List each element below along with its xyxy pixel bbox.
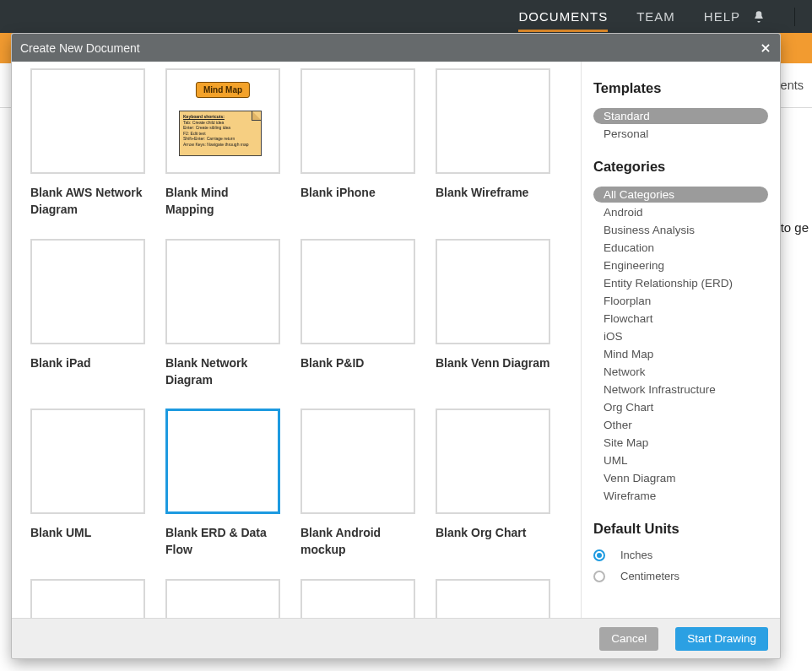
- template-thumbnail: [30, 409, 145, 514]
- template-card[interactable]: [165, 579, 280, 618]
- category-item[interactable]: Education: [593, 240, 768, 256]
- radio-icon: [593, 549, 605, 561]
- unit-option[interactable]: Centimeters: [593, 570, 768, 582]
- unit-option[interactable]: Inches: [593, 549, 768, 561]
- template-card[interactable]: [436, 579, 550, 618]
- template-thumbnail: [30, 68, 145, 174]
- template-card[interactable]: Blank iPhone: [300, 68, 415, 219]
- template-card[interactable]: Blank Network Diagram: [165, 239, 280, 389]
- template-label: Blank Mind Mapping: [165, 184, 280, 219]
- category-item[interactable]: Mind Map: [593, 346, 768, 362]
- template-thumbnail: [165, 409, 280, 514]
- category-item[interactable]: Other: [593, 417, 768, 433]
- category-item[interactable]: Org Chart: [593, 399, 768, 415]
- template-card[interactable]: Mind MapKeyboard shortcuts:Tab: Create c…: [165, 68, 280, 219]
- template-set-item[interactable]: Personal: [593, 126, 768, 142]
- category-item[interactable]: All Categories: [593, 187, 768, 203]
- unit-label: Centimeters: [620, 570, 679, 582]
- category-item[interactable]: Entity Relationship (ERD): [593, 275, 768, 291]
- units-heading: Default Units: [587, 521, 775, 537]
- template-label: Blank Venn Diagram: [436, 354, 550, 371]
- template-label: Blank AWS Network Diagram: [30, 184, 145, 219]
- units-list: InchesCentimeters: [587, 549, 775, 582]
- template-thumbnail: [300, 68, 415, 174]
- categories-heading: Categories: [587, 159, 775, 175]
- template-label: Blank Android mockup: [300, 524, 415, 559]
- category-item[interactable]: Venn Diagram: [593, 470, 768, 486]
- template-gallery: Blank AWS Network DiagramMind MapKeyboar…: [12, 62, 581, 618]
- cancel-button[interactable]: Cancel: [599, 627, 658, 651]
- category-item[interactable]: Network Infrastructure: [593, 381, 768, 398]
- close-icon[interactable]: [760, 42, 771, 54]
- template-card[interactable]: Blank AWS Network Diagram: [30, 68, 145, 219]
- template-thumbnail: [300, 579, 415, 618]
- template-card[interactable]: [300, 579, 415, 618]
- template-label: Blank Wireframe: [436, 184, 550, 201]
- template-card[interactable]: Blank UML: [30, 409, 145, 559]
- template-label: Blank ERD & Data Flow: [165, 524, 280, 559]
- template-label: Blank iPhone: [300, 184, 415, 201]
- category-item[interactable]: UML: [593, 452, 768, 468]
- template-label: Blank iPad: [30, 354, 145, 371]
- category-item[interactable]: Engineering: [593, 257, 768, 273]
- modal-header: Create New Document: [12, 34, 780, 62]
- mind-map-badge: Mind Map: [196, 82, 250, 98]
- unit-label: Inches: [620, 549, 652, 561]
- template-label: Blank Org Chart: [436, 524, 550, 541]
- template-card[interactable]: Blank ERD & Data Flow: [165, 409, 280, 559]
- category-item[interactable]: Floorplan: [593, 293, 768, 309]
- mind-map-note: Keyboard shortcuts:Tab: Create child ide…: [179, 111, 262, 156]
- template-thumbnail: Mind MapKeyboard shortcuts:Tab: Create c…: [165, 68, 280, 174]
- template-card[interactable]: Blank Wireframe: [436, 68, 550, 219]
- template-thumbnail: [436, 239, 550, 344]
- template-card[interactable]: [30, 579, 145, 618]
- category-item[interactable]: Wireframe: [593, 488, 768, 504]
- modal-backdrop: Create New Document Blank AWS Network Di…: [0, 0, 812, 671]
- template-card[interactable]: Blank Org Chart: [436, 409, 550, 559]
- category-item[interactable]: iOS: [593, 328, 768, 344]
- template-thumbnail: [436, 68, 550, 174]
- radio-icon: [593, 571, 605, 582]
- category-item[interactable]: Android: [593, 204, 768, 220]
- template-card[interactable]: Blank Venn Diagram: [436, 239, 550, 389]
- template-label: Blank Network Diagram: [165, 354, 280, 389]
- template-thumbnail: [30, 239, 145, 344]
- template-thumbnail: [300, 409, 415, 514]
- category-item[interactable]: Flowchart: [593, 311, 768, 327]
- templates-heading: Templates: [587, 80, 775, 96]
- create-document-modal: Create New Document Blank AWS Network Di…: [12, 34, 780, 658]
- category-item[interactable]: Site Map: [593, 435, 768, 451]
- modal-title: Create New Document: [20, 41, 140, 55]
- template-label: Blank P&ID: [300, 354, 415, 371]
- template-card[interactable]: Blank iPad: [30, 239, 145, 389]
- template-set-item[interactable]: Standard: [593, 108, 768, 124]
- template-thumbnail: [300, 239, 415, 344]
- template-set-list: StandardPersonal: [587, 108, 775, 142]
- template-thumbnail: [165, 579, 280, 618]
- template-card[interactable]: Blank P&ID: [300, 239, 415, 389]
- template-label: Blank UML: [30, 524, 145, 541]
- category-list: All CategoriesAndroidBusiness AnalysisEd…: [587, 187, 775, 504]
- template-thumbnail: [30, 579, 145, 618]
- template-thumbnail: [165, 239, 280, 344]
- template-card[interactable]: Blank Android mockup: [300, 409, 415, 559]
- modal-sidebar: Templates StandardPersonal Categories Al…: [581, 62, 780, 618]
- template-thumbnail: [436, 409, 550, 514]
- category-item[interactable]: Network: [593, 364, 768, 380]
- modal-footer: Cancel Start Drawing: [12, 618, 780, 658]
- start-drawing-button[interactable]: Start Drawing: [675, 627, 768, 651]
- template-thumbnail: [436, 579, 550, 618]
- category-item[interactable]: Business Analysis: [593, 222, 768, 238]
